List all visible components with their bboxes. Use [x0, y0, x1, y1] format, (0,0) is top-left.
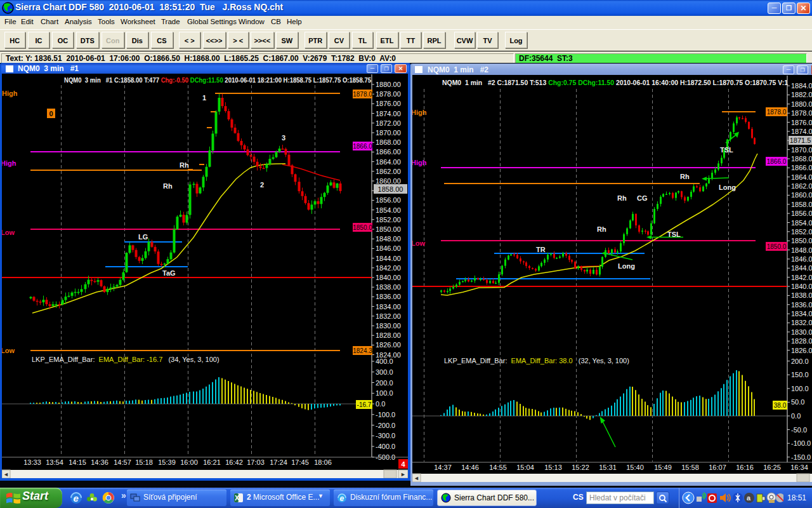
svg-text:Rh: Rh: [597, 225, 606, 233]
svg-text:◄: ◄: [414, 475, 419, 481]
svg-text:1866.0: 1866.0: [767, 158, 787, 165]
svg-text:4: 4: [401, 460, 405, 468]
svg-text:►: ►: [400, 471, 406, 478]
svg-text:1850.0: 1850.0: [353, 224, 372, 231]
svg-text:1828.00: 1828.00: [376, 331, 401, 339]
svg-text:Rh: Rh: [180, 161, 189, 169]
svg-text:1858.00: 1858.00: [378, 185, 403, 193]
svg-text:1880.0: 1880.0: [791, 100, 812, 108]
svg-text:17:24: 17:24: [270, 458, 287, 466]
svg-text:Rh: Rh: [163, 182, 173, 190]
svg-text:14:36: 14:36: [91, 458, 108, 466]
svg-text:0: 0: [49, 110, 53, 117]
svg-text:e: e: [74, 493, 79, 504]
svg-text:1850.00: 1850.00: [376, 225, 401, 233]
svg-text:1884.0: 1884.0: [791, 82, 812, 90]
svg-text:1860.00: 1860.00: [376, 177, 401, 185]
svg-text:1872.00: 1872.00: [376, 119, 401, 127]
svg-text:1878.0: 1878.0: [791, 109, 812, 117]
svg-text:1862.0: 1862.0: [791, 182, 812, 190]
svg-text:Low: Low: [2, 229, 15, 236]
svg-text:1870.0: 1870.0: [791, 146, 812, 154]
svg-text:400.0: 400.0: [376, 358, 393, 365]
svg-text:Long: Long: [719, 184, 736, 191]
svg-text:1842.0: 1842.0: [791, 274, 812, 281]
svg-text:200.0: 200.0: [376, 379, 393, 387]
svg-text:15:49: 15:49: [654, 464, 672, 471]
svg-text:1860.0: 1860.0: [791, 191, 812, 199]
svg-text:◄: ◄: [3, 471, 9, 478]
svg-text:14:46: 14:46: [461, 464, 479, 471]
svg-text:15:22: 15:22: [572, 464, 589, 471]
svg-text:»: »: [121, 491, 126, 500]
svg-text:18:06: 18:06: [314, 458, 332, 466]
svg-text:1844.0: 1844.0: [791, 264, 812, 272]
svg-text:1852.00: 1852.00: [376, 216, 401, 224]
svg-text:1840.0: 1840.0: [791, 283, 812, 290]
svg-text:1878.00: 1878.00: [376, 90, 401, 98]
svg-text:1848.0: 1848.0: [791, 246, 812, 254]
svg-text:Low: Low: [2, 347, 15, 354]
svg-text:1826.0: 1826.0: [791, 347, 812, 354]
svg-text:16:34: 16:34: [790, 464, 808, 471]
svg-text:1842.00: 1842.00: [376, 264, 401, 272]
svg-text:-16.7: -16.7: [357, 401, 372, 408]
svg-text:High: High: [412, 159, 427, 166]
svg-text:13:33: 13:33: [23, 458, 41, 466]
svg-text:1838.00: 1838.00: [376, 283, 401, 291]
svg-text:16:25: 16:25: [763, 464, 781, 471]
svg-text:High: High: [2, 90, 18, 97]
svg-text:1876.00: 1876.00: [376, 100, 401, 107]
svg-text:TaG: TaG: [162, 269, 176, 277]
svg-text:1882.0: 1882.0: [791, 91, 812, 98]
svg-text:1834.0: 1834.0: [791, 310, 812, 318]
svg-text:1854.0: 1854.0: [791, 219, 812, 227]
svg-text:1866.0: 1866.0: [353, 143, 372, 150]
svg-text:a: a: [747, 494, 751, 502]
svg-text:1866.00: 1866.00: [376, 148, 401, 156]
svg-text:1854.00: 1854.00: [376, 206, 401, 214]
svg-text:1830.0: 1830.0: [791, 328, 812, 336]
svg-text:200.0: 200.0: [791, 358, 809, 365]
svg-text:1834.00: 1834.00: [376, 303, 401, 311]
svg-text:1838.0: 1838.0: [791, 291, 812, 299]
svg-text:14:37: 14:37: [434, 464, 452, 471]
svg-text:1856.00: 1856.00: [376, 196, 401, 204]
svg-text:0.0: 0.0: [376, 400, 385, 408]
svg-text:1832.00: 1832.00: [376, 312, 401, 320]
svg-text:1836.00: 1836.00: [376, 293, 401, 300]
svg-text:-100.0: -100.0: [791, 439, 811, 447]
svg-text:High: High: [412, 109, 427, 116]
svg-text:1864.00: 1864.00: [376, 158, 401, 166]
svg-text:150.0: 150.0: [791, 371, 809, 378]
svg-text:Long: Long: [618, 262, 635, 270]
svg-text:1878.0: 1878.0: [353, 91, 372, 98]
svg-text:1: 1: [202, 94, 206, 102]
svg-text:1874.00: 1874.00: [376, 110, 401, 117]
svg-text:1850.0: 1850.0: [767, 243, 787, 250]
svg-text:13:54: 13:54: [46, 458, 63, 466]
svg-text:TSL: TSL: [720, 146, 733, 154]
svg-text:16:16: 16:16: [736, 464, 754, 471]
svg-text:-400.0: -400.0: [376, 443, 395, 450]
svg-text:16:42: 16:42: [225, 458, 243, 466]
svg-text:1858.0: 1858.0: [791, 201, 812, 208]
svg-text:15:13: 15:13: [544, 464, 562, 471]
svg-text:NQM0 3 min #1 C:1858.00 T:4: NQM0 3 min #1 C:1858.00 T:477 Chg:-0.50 …: [64, 76, 371, 84]
svg-text:High: High: [2, 159, 16, 167]
svg-text:15:58: 15:58: [681, 464, 699, 471]
svg-text:2: 2: [260, 181, 264, 189]
svg-text:38.0: 38.0: [774, 402, 787, 409]
svg-text:1826.00: 1826.00: [376, 341, 401, 349]
svg-text:LG: LG: [138, 233, 148, 241]
svg-text:1862.00: 1862.00: [376, 168, 401, 175]
svg-text:17:03: 17:03: [247, 458, 265, 466]
svg-text:1868.00: 1868.00: [376, 138, 401, 146]
svg-text:1848.00: 1848.00: [376, 235, 401, 243]
svg-text:X: X: [235, 494, 240, 502]
svg-text:1844.00: 1844.00: [376, 255, 401, 262]
svg-text:Low: Low: [412, 239, 425, 247]
svg-text:TR: TR: [536, 246, 546, 253]
svg-text:LKP_EMA_Diff_Bar: EMA_Diff_Ba: LKP_EMA_Diff_Bar: EMA_Diff_Bar: 38.0 (32…: [444, 357, 629, 364]
svg-text:1840.00: 1840.00: [376, 274, 401, 281]
